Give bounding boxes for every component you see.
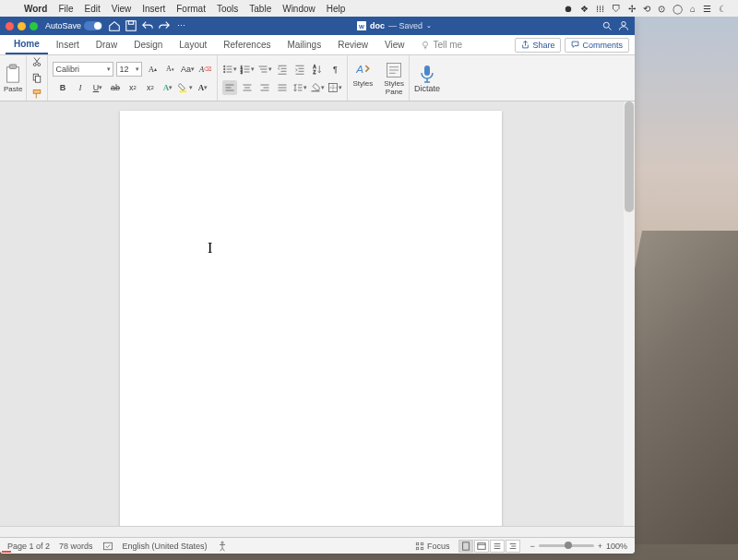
home-icon[interactable]: [108, 19, 121, 32]
underline-button[interactable]: U▾: [90, 80, 105, 95]
format-painter-icon[interactable]: [30, 88, 44, 101]
tab-mailings[interactable]: Mailings: [279, 36, 329, 54]
web-layout-view[interactable]: [474, 540, 489, 553]
comments-button[interactable]: Comments: [565, 38, 629, 53]
user-icon[interactable]: [618, 20, 629, 31]
vertical-scrollbar[interactable]: [624, 101, 635, 526]
multilevel-icon[interactable]: ▾: [257, 62, 272, 77]
menu-view[interactable]: View: [106, 4, 137, 14]
word-count[interactable]: 78 words: [59, 542, 93, 551]
horizontal-scrollbar[interactable]: [0, 526, 635, 537]
status-icon[interactable]: ❖: [577, 4, 592, 14]
sort-icon[interactable]: AZ: [310, 62, 325, 77]
autosave-toggle[interactable]: [84, 21, 102, 30]
styles-button[interactable]: A Styles: [352, 61, 373, 96]
status-icon[interactable]: ⟲: [639, 4, 654, 14]
qat-more-icon[interactable]: ⋯: [174, 19, 187, 32]
pilcrow-icon[interactable]: ¶: [327, 62, 342, 77]
tab-design[interactable]: Design: [125, 36, 171, 54]
indent-increase-icon[interactable]: [292, 62, 307, 77]
outline-view[interactable]: [490, 540, 505, 553]
page-status[interactable]: Page 1 of 2: [7, 542, 50, 551]
menu-window[interactable]: Window: [277, 4, 321, 14]
status-icon[interactable]: ☰: [699, 4, 715, 14]
undo-icon[interactable]: [141, 19, 154, 32]
copy-icon[interactable]: [30, 71, 44, 84]
minimize-button[interactable]: [18, 22, 26, 30]
redo-icon[interactable]: [158, 19, 171, 32]
tab-references[interactable]: References: [215, 36, 279, 54]
font-color-icon[interactable]: A▾: [196, 80, 210, 95]
spellcheck-icon[interactable]: [102, 541, 113, 552]
tab-insert[interactable]: Insert: [48, 36, 88, 54]
cut-icon[interactable]: [30, 55, 44, 68]
status-icon[interactable]: ⏺: [560, 4, 577, 14]
tab-draw[interactable]: Draw: [88, 36, 125, 54]
zoom-level[interactable]: 100%: [606, 542, 627, 551]
align-center-icon[interactable]: [240, 80, 255, 95]
styles-pane-button[interactable]: Styles Pane: [384, 61, 404, 96]
status-icon[interactable]: ⊙: [654, 4, 669, 14]
zoom-out[interactable]: −: [530, 542, 534, 551]
tab-home[interactable]: Home: [6, 35, 48, 54]
status-icon[interactable]: ✢: [625, 4, 639, 14]
zoom-slider[interactable]: [539, 544, 594, 547]
save-icon[interactable]: [125, 19, 137, 32]
share-button[interactable]: Share: [515, 38, 561, 53]
status-icon[interactable]: ◯: [669, 4, 686, 14]
clear-format-icon[interactable]: A⌫: [197, 62, 212, 77]
align-right-icon[interactable]: [257, 80, 272, 95]
justify-icon[interactable]: [275, 80, 290, 95]
numbering-icon[interactable]: 123▾: [240, 62, 255, 77]
status-icon[interactable]: ☾: [715, 4, 731, 14]
menu-table[interactable]: Table: [244, 4, 277, 14]
borders-icon[interactable]: ▾: [327, 80, 342, 95]
menu-edit[interactable]: Edit: [79, 4, 106, 14]
tell-me[interactable]: Tell me: [412, 36, 470, 54]
accessibility-icon[interactable]: [217, 541, 228, 552]
line-spacing-icon[interactable]: ▾: [292, 80, 307, 95]
focus-mode[interactable]: Focus: [415, 542, 450, 551]
maximize-button[interactable]: [30, 22, 38, 30]
dictate-button[interactable]: Dictate: [414, 64, 440, 93]
subscript-button[interactable]: x2: [125, 80, 140, 95]
tab-review[interactable]: Review: [329, 36, 376, 54]
shrink-font-icon[interactable]: A▾: [162, 62, 177, 77]
document-area[interactable]: I: [0, 101, 635, 526]
status-icon[interactable]: ⁞⁞⁞: [592, 4, 608, 14]
menu-format[interactable]: Format: [171, 4, 211, 14]
superscript-button[interactable]: x2: [143, 80, 158, 95]
language-status[interactable]: English (United States): [123, 542, 208, 551]
menu-file[interactable]: File: [53, 4, 78, 14]
align-left-icon[interactable]: [222, 80, 237, 95]
page[interactable]: [120, 111, 502, 526]
bullets-icon[interactable]: ▾: [222, 62, 237, 77]
print-layout-view[interactable]: [458, 540, 473, 553]
italic-button[interactable]: I: [73, 80, 88, 95]
doc-dropdown[interactable]: ⌄: [426, 22, 432, 30]
highlight-icon[interactable]: ▾: [178, 80, 193, 95]
shading-icon[interactable]: ▾: [310, 80, 325, 95]
indent-decrease-icon[interactable]: [275, 62, 290, 77]
paste-icon[interactable]: [4, 64, 22, 84]
bold-button[interactable]: B: [55, 80, 70, 95]
menu-insert[interactable]: Insert: [137, 4, 171, 14]
paste-label: Paste: [4, 85, 22, 93]
menu-help[interactable]: Help: [321, 4, 351, 14]
search-icon[interactable]: [601, 20, 613, 31]
strikethrough-button[interactable]: ab: [108, 80, 123, 95]
font-name-select[interactable]: Calibri▾: [53, 62, 113, 77]
grow-font-icon[interactable]: A▴: [145, 62, 160, 77]
change-case-icon[interactable]: Aa▾: [180, 62, 195, 77]
app-name[interactable]: Word: [18, 4, 53, 14]
tab-view[interactable]: View: [376, 36, 413, 54]
status-icon[interactable]: ⌂: [686, 4, 699, 14]
status-icon[interactable]: ⛉: [608, 4, 625, 14]
text-effects-icon[interactable]: A▾: [161, 80, 175, 95]
zoom-in[interactable]: +: [598, 542, 602, 551]
font-size-select[interactable]: 12▾: [116, 62, 142, 77]
menu-tools[interactable]: Tools: [211, 4, 244, 14]
tab-layout[interactable]: Layout: [171, 36, 215, 54]
close-button[interactable]: [6, 22, 14, 30]
draft-view[interactable]: [506, 540, 520, 553]
